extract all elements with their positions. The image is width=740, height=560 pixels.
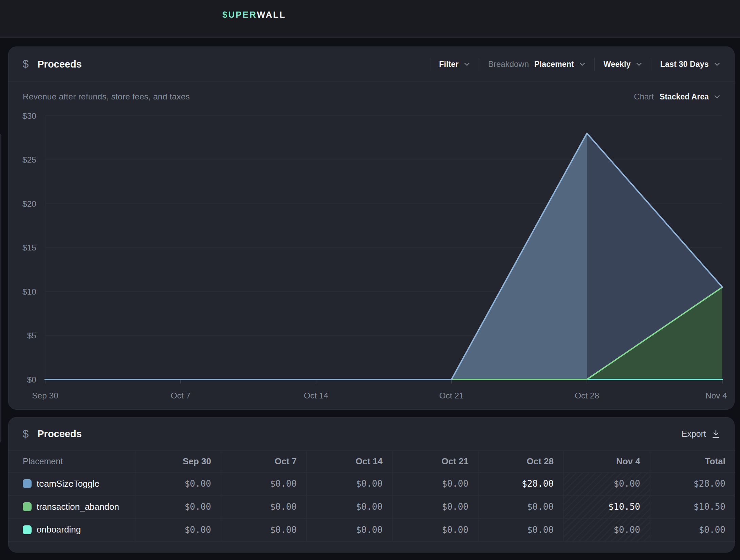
- proceeds-table-card: $ Proceeds Export Placement Sep 30 Oct 7…: [8, 417, 735, 553]
- chart-controls: Filter Breakdown Placement Weekly Last 3…: [430, 58, 720, 71]
- chart-type-dropdown[interactable]: Chart Stacked Area: [634, 92, 720, 101]
- svg-text:$30: $30: [22, 111, 36, 120]
- topbar: $UPERWALL: [0, 0, 740, 38]
- logo-prefix: $UPER: [222, 10, 257, 20]
- column-header-placement: Placement: [8, 450, 135, 472]
- superwall-logo[interactable]: $UPERWALL: [222, 0, 286, 30]
- svg-text:Oct 21: Oct 21: [439, 391, 464, 400]
- proceeds-table: Placement Sep 30 Oct 7 Oct 14 Oct 21 Oct…: [8, 450, 735, 541]
- table-cell: $0.00: [392, 472, 478, 495]
- proceeds-chart-card: $ Proceeds Filter Breakdown Placement We…: [8, 46, 735, 410]
- chevron-down-icon: [464, 62, 470, 66]
- table-cell: $0.00: [306, 518, 392, 541]
- export-button[interactable]: Export: [682, 429, 720, 439]
- table-cell: $0.00: [221, 495, 306, 518]
- table-border: [8, 518, 735, 519]
- table-cell: $0.00: [221, 518, 306, 541]
- logo-suffix: WALL: [257, 10, 286, 20]
- table-card-header: $ Proceeds Export: [8, 417, 734, 450]
- chart-card-title: Proceeds: [37, 59, 82, 70]
- table-cell: $0.00: [135, 472, 221, 495]
- table-row-label[interactable]: transaction_abandon: [8, 495, 135, 518]
- chevron-down-icon: [714, 95, 720, 99]
- table-card-title: Proceeds: [37, 428, 82, 440]
- table-cell: $0.00: [135, 495, 221, 518]
- date-range-value: Last 30 Days: [660, 60, 709, 69]
- svg-text:Oct 7: Oct 7: [171, 391, 191, 400]
- column-header: Sep 30: [135, 450, 221, 472]
- table-cell: $0.00: [221, 472, 306, 495]
- svg-text:Oct 28: Oct 28: [575, 391, 599, 400]
- breakdown-value: Placement: [534, 60, 574, 69]
- filter-dropdown[interactable]: Filter: [430, 60, 479, 69]
- column-header: Total: [650, 450, 735, 472]
- table-border: [8, 541, 735, 542]
- dollar-icon: $: [23, 58, 29, 70]
- table-cell: $0.00: [478, 518, 563, 541]
- series-swatch-transaction-abandon: [23, 502, 32, 511]
- breakdown-label: Breakdown: [488, 59, 529, 69]
- chart-type-label: Chart: [634, 92, 654, 101]
- svg-text:$25: $25: [22, 155, 36, 164]
- table-border: [8, 450, 735, 451]
- svg-text:Sep 30: Sep 30: [32, 391, 58, 400]
- table-border: [135, 450, 135, 541]
- column-header: Oct 28: [478, 450, 563, 472]
- interval-dropdown[interactable]: Weekly: [595, 60, 651, 69]
- table-border: [8, 472, 735, 473]
- interval-value: Weekly: [604, 60, 631, 69]
- chart-card-header: $ Proceeds Filter Breakdown Placement We…: [8, 47, 734, 82]
- chevron-down-icon: [579, 62, 585, 66]
- table-cell: $10.50: [563, 495, 650, 518]
- table-cell: $0.00: [563, 472, 650, 495]
- table-cell: $0.00: [392, 495, 478, 518]
- table-border: [478, 450, 479, 541]
- table-border: [392, 450, 393, 541]
- table-border: [306, 450, 307, 541]
- chart-sub-row: Revenue after refunds, store fees, and t…: [8, 82, 734, 112]
- table-cell: $0.00: [563, 518, 650, 541]
- table-border: [221, 450, 221, 541]
- svg-text:$10: $10: [22, 287, 36, 296]
- download-icon: [712, 430, 720, 438]
- neighbor-card-edge: [0, 132, 1, 444]
- chevron-down-icon: [714, 62, 720, 66]
- table-cell: $28.00: [478, 472, 563, 495]
- export-label: Export: [682, 429, 706, 439]
- table-cell: $0.00: [135, 518, 221, 541]
- table-row-label[interactable]: onboarding: [8, 518, 135, 541]
- table-border: [563, 450, 564, 541]
- svg-text:Nov 4: Nov 4: [705, 391, 727, 400]
- table-cell: $28.00: [650, 472, 735, 495]
- svg-text:$0: $0: [27, 375, 36, 384]
- table-cell: $0.00: [306, 472, 392, 495]
- svg-text:$20: $20: [22, 199, 36, 208]
- svg-text:Oct 14: Oct 14: [304, 391, 328, 400]
- column-header: Oct 14: [306, 450, 392, 472]
- series-swatch-teamSizeToggle: [23, 479, 32, 488]
- filter-label: Filter: [439, 60, 459, 69]
- table-cell: $10.50: [650, 495, 735, 518]
- chart-type-value: Stacked Area: [660, 92, 709, 101]
- date-range-dropdown[interactable]: Last 30 Days: [651, 60, 720, 69]
- column-header: Oct 21: [392, 450, 478, 472]
- column-header: Oct 7: [221, 450, 306, 472]
- table-row-label[interactable]: teamSizeToggle: [8, 472, 135, 495]
- svg-text:$5: $5: [27, 331, 36, 340]
- table-border: [8, 495, 735, 496]
- table-cell: $0.00: [392, 518, 478, 541]
- dollar-icon: $: [23, 428, 29, 440]
- table-cell: $0.00: [650, 518, 735, 541]
- table-cell: $0.00: [478, 495, 563, 518]
- table-cell: $0.00: [306, 495, 392, 518]
- table-border: [650, 450, 650, 541]
- chevron-down-icon: [636, 62, 642, 66]
- chart-subtitle: Revenue after refunds, store fees, and t…: [23, 92, 190, 101]
- breakdown-dropdown[interactable]: Breakdown Placement: [479, 59, 594, 69]
- series-swatch-onboarding: [23, 525, 32, 534]
- column-header: Nov 4: [563, 450, 650, 472]
- svg-text:$15: $15: [22, 243, 36, 252]
